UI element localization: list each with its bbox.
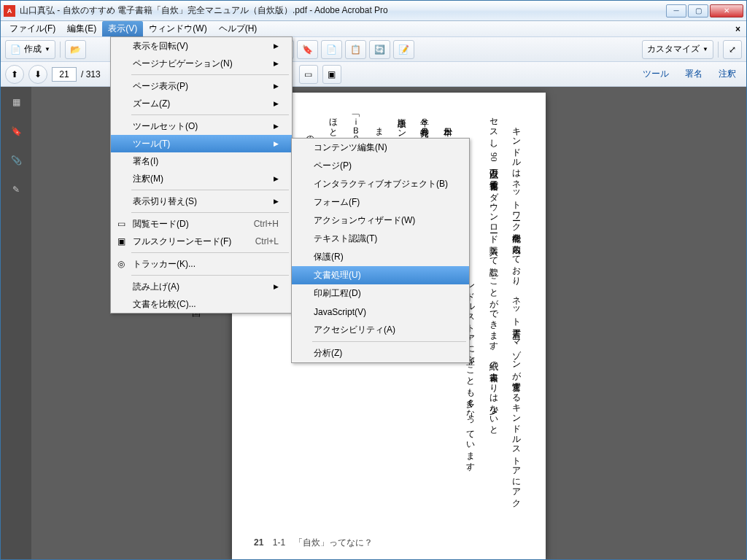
tools-submenu: コンテンツ編集(N) ページ(P) インタラクティブオブジェクト(B) フォーム… [291, 138, 470, 363]
submenu-forms[interactable]: フォーム(F) [292, 193, 469, 211]
menuitem-tools[interactable]: ツール(T)▶ [111, 135, 292, 152]
bookmark-icon: 🔖 [11, 126, 22, 136]
submenu-print-production[interactable]: 印刷工程(D) [292, 284, 469, 303]
page-footer-section: 1-1 「自炊」ってなに？ [273, 537, 373, 548]
submenu-protect[interactable]: 保護(R) [292, 248, 469, 266]
page-total-label: / 313 [81, 69, 101, 79]
menuitem-zoom[interactable]: ズーム(Z)▶ [111, 95, 292, 112]
submenu-doc-processing[interactable]: 文書処理(U) [292, 266, 469, 284]
minimize-button[interactable]: ─ [666, 4, 686, 18]
submenu-action-wizard[interactable]: アクションウィザード(W) [292, 211, 469, 230]
sidebar: ▦ 🔖 📎 ✎ [1, 87, 31, 559]
menuitem-readaloud[interactable]: 読み上げ(A)▶ [111, 278, 292, 295]
tool-button-3[interactable]: 📄 [321, 40, 342, 59]
menu-help[interactable]: ヘルプ(H) [213, 21, 263, 36]
submenu-text-recognition[interactable]: テキスト認識(T) [292, 230, 469, 248]
tool-panel-button[interactable]: ツール [637, 65, 675, 83]
menuitem-comment[interactable]: 注釈(M)▶ [111, 170, 292, 187]
stamp-icon: 🔖 [302, 44, 313, 55]
up-arrow-icon: ⬆ [11, 69, 18, 79]
paperclip-icon: 📎 [11, 155, 22, 166]
submenu-accessibility[interactable]: アクセシビリティ(A) [292, 321, 469, 339]
spread-view-icon: ▣ [328, 69, 336, 79]
page-icon: 📋 [350, 44, 361, 55]
menubar: ファイル(F) 編集(E) 表示(V) ウィンドウ(W) ヘルプ(H) × [1, 21, 746, 37]
window-title: 山口真弘 - 自炊のすすめ 電子書籍「自炊」完全マニュアル（自炊版）.pdf -… [20, 4, 666, 17]
document-close-button[interactable]: × [732, 24, 743, 34]
submenu-pages[interactable]: ページ(P) [292, 157, 469, 175]
create-button[interactable]: 📄 作成 ▼ [5, 40, 55, 59]
sign-panel-button[interactable]: 署名 [679, 65, 708, 83]
page-number-input[interactable] [52, 67, 77, 82]
open-button[interactable]: 📂 [65, 40, 86, 59]
edit-icon: 📝 [398, 44, 409, 55]
tracker-icon: ◎ [115, 258, 127, 270]
menuitem-fullscreen[interactable]: ▣フルスクリーンモード(F)Ctrl+L [111, 233, 292, 250]
tool-button-5[interactable]: 🔄 [369, 40, 390, 59]
page-delete-icon: 📄 [326, 44, 337, 55]
view-button-2[interactable]: ▣ [322, 65, 341, 84]
menuitem-toggle[interactable]: 表示切り替え(S)▶ [111, 192, 292, 210]
menuitem-toolset[interactable]: ツールセット(O)▶ [111, 117, 292, 135]
bookmarks-button[interactable]: 🔖 [7, 122, 26, 141]
menuitem-tracker[interactable]: ◎トラッカー(K)... [111, 255, 292, 273]
menu-file[interactable]: ファイル(F) [4, 21, 61, 36]
thumbnails-icon: ▦ [12, 97, 20, 107]
menu-edit[interactable]: 編集(E) [61, 21, 102, 36]
titlebar: A 山口真弘 - 自炊のすすめ 電子書籍「自炊」完全マニュアル（自炊版）.pdf… [1, 1, 746, 21]
menuitem-compare[interactable]: 文書を比較(C)... [111, 295, 292, 313]
fullscreen-toggle-button[interactable]: ⤢ [723, 40, 742, 59]
page-footer-number: 21 [254, 537, 263, 548]
submenu-javascript[interactable]: JavaScript(V) [292, 303, 469, 321]
tool-button-4[interactable]: 📋 [345, 40, 366, 59]
fullscreen-icon: ▣ [115, 236, 127, 247]
comment-panel-button[interactable]: 注釈 [713, 65, 742, 83]
text-column: キンドルはネットワーク機能を内蔵しており、ネット書店アマゾンが運営するキンドルス… [509, 112, 524, 520]
close-button[interactable]: ✕ [710, 4, 743, 18]
menuitem-reading-mode[interactable]: ▭閲覧モード(D)Ctrl+H [111, 215, 292, 233]
submenu-content-edit[interactable]: コンテンツ編集(N) [292, 139, 469, 157]
signatures-button[interactable]: ✎ [7, 180, 26, 199]
expand-icon: ⤢ [729, 44, 736, 55]
attachments-button[interactable]: 📎 [7, 151, 26, 170]
submenu-analyze[interactable]: 分析(Z) [292, 344, 469, 362]
folder-icon: 📂 [70, 44, 81, 55]
menuitem-rotate[interactable]: 表示を回転(V)▶ [111, 37, 292, 55]
text-column: セスし、90万点以上の電子書籍をダウンロード購入して読むことができます。紙の書籍… [486, 112, 500, 520]
menuitem-page-nav[interactable]: ページナビゲーション(N)▶ [111, 55, 292, 72]
view-menu-dropdown: 表示を回転(V)▶ ページナビゲーション(N)▶ ページ表示(P)▶ ズーム(Z… [110, 36, 293, 314]
customize-button[interactable]: カスタマイズ ▼ [642, 40, 713, 59]
page-up-button[interactable]: ⬆ [5, 65, 24, 84]
create-icon: 📄 [10, 44, 21, 55]
reading-mode-icon: ▭ [115, 218, 127, 230]
page-view-icon: ▭ [304, 69, 312, 79]
submenu-interactive[interactable]: インタラクティブオブジェクト(B) [292, 175, 469, 193]
page-down-button[interactable]: ⬇ [28, 65, 47, 84]
app-icon: A [4, 5, 15, 17]
thumbnails-button[interactable]: ▦ [7, 93, 26, 112]
tool-button-2[interactable]: 🔖 [297, 40, 318, 59]
rotate-icon: 🔄 [374, 44, 385, 55]
down-arrow-icon: ⬇ [34, 69, 42, 79]
menuitem-page-display[interactable]: ページ表示(P)▶ [111, 77, 292, 95]
view-button-1[interactable]: ▭ [299, 65, 318, 84]
menu-window[interactable]: ウィンドウ(W) [143, 21, 212, 36]
pen-icon: ✎ [12, 184, 20, 195]
menu-view[interactable]: 表示(V) [102, 21, 143, 36]
tool-button-6[interactable]: 📝 [393, 40, 414, 59]
menuitem-sign[interactable]: 署名(I) [111, 152, 292, 170]
maximize-button[interactable]: ▢ [688, 4, 708, 18]
